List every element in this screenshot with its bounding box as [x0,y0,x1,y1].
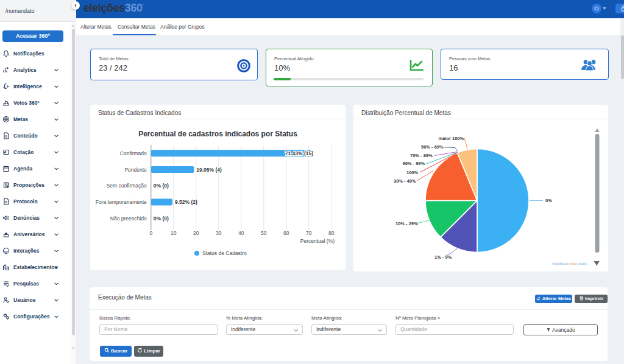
svg-text:70: 70 [306,230,312,236]
svg-text:Status de Cadastro: Status de Cadastro [202,250,247,256]
svg-text:90% - 99%: 90% - 99% [403,161,425,166]
svg-text:Confirmado: Confirmado [120,150,147,156]
svg-text:30% - 49%: 30% - 49% [394,178,416,184]
svg-text:0%: 0% [545,198,552,203]
svg-text:19.05% (4): 19.05% (4) [196,167,222,173]
svg-text:maior 100%: maior 100% [439,136,464,141]
svg-text:10: 10 [171,230,177,236]
svg-text:80: 80 [328,230,335,236]
svg-text:Não preenchido: Não preenchido [110,215,147,222]
svg-text:0: 0 [149,230,152,236]
svg-text:Infográfico de metas usuário: Infográfico de metas usuário [552,262,587,265]
svg-text:Sem confirmação: Sem confirmação [107,183,147,189]
svg-text:9.52% (2): 9.52% (2) [175,199,197,205]
svg-text:Percentual (%): Percentual (%) [300,238,335,244]
svg-text:0% (0): 0% (0) [154,215,169,222]
svg-text:70% - 89%: 70% - 89% [410,153,433,158]
svg-text:40: 40 [238,230,244,236]
svg-text:30: 30 [216,230,222,236]
svg-text:60: 60 [283,230,289,236]
svg-text:100%: 100% [406,170,419,175]
svg-text:0% (0): 0% (0) [154,183,169,189]
svg-text:71.43% (15): 71.43% (15) [285,150,313,156]
svg-text:10% - 29%: 10% - 29% [395,221,418,226]
svg-text:Fora temporariamente: Fora temporariamente [96,199,147,205]
svg-text:1% - 9%: 1% - 9% [434,254,452,260]
svg-text:50% - 69%: 50% - 69% [421,144,444,150]
svg-text:Pendente: Pendente [124,167,147,173]
svg-text:50: 50 [261,230,267,236]
svg-text:20: 20 [193,230,199,236]
